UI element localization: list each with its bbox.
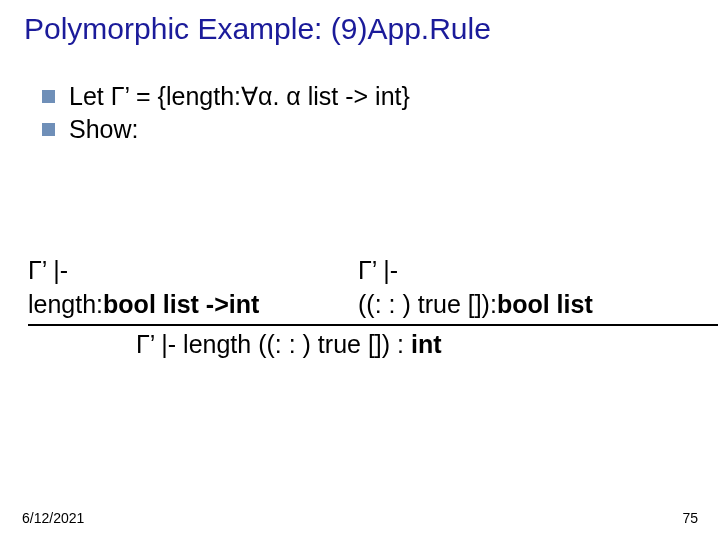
derivation-block: Γ’ |- length:bool list ->int Γ’ |- ((: :…: [28, 254, 692, 361]
premise-right: Γ’ |- ((: : ) true []):bool list: [358, 254, 692, 322]
premise-left-line1: Γ’ |-: [28, 254, 358, 288]
slide-title: Polymorphic Example: (9)App.Rule: [24, 12, 700, 46]
conclusion: Γ’ |- length ((: : ) true []) : int: [136, 328, 692, 362]
list-item: Show:: [42, 115, 700, 144]
footer-date: 6/12/2021: [22, 510, 84, 526]
conclusion-prefix: Γ’ |- length ((: : ) true []) :: [136, 330, 404, 358]
premise-left: Γ’ |- length:bool list ->int: [28, 254, 358, 322]
square-bullet-icon: [42, 90, 55, 103]
premise-left-prefix: length:: [28, 290, 103, 318]
bullet-text: Show:: [69, 115, 138, 144]
premise-row: Γ’ |- length:bool list ->int Γ’ |- ((: :…: [28, 254, 692, 322]
premise-right-line2: ((: : ) true []):bool list: [358, 288, 692, 322]
premise-left-type: bool list ->int: [103, 290, 259, 318]
footer-page-number: 75: [682, 510, 698, 526]
bullet-text: Let Γ’ = {length:∀α. α list -> int}: [69, 82, 410, 111]
conclusion-type: int: [404, 330, 442, 358]
premise-right-line1: Γ’ |-: [358, 254, 692, 288]
inference-rule-line: [28, 324, 718, 326]
slide: Polymorphic Example: (9)App.Rule Let Γ’ …: [0, 0, 720, 540]
list-item: Let Γ’ = {length:∀α. α list -> int}: [42, 82, 700, 111]
square-bullet-icon: [42, 123, 55, 136]
premise-right-prefix: ((: : ) true []):: [358, 290, 497, 318]
bullet-list: Let Γ’ = {length:∀α. α list -> int} Show…: [42, 82, 700, 144]
premise-left-line2: length:bool list ->int: [28, 288, 358, 322]
slide-footer: 6/12/2021 75: [22, 510, 698, 526]
premise-right-type: bool list: [497, 290, 593, 318]
